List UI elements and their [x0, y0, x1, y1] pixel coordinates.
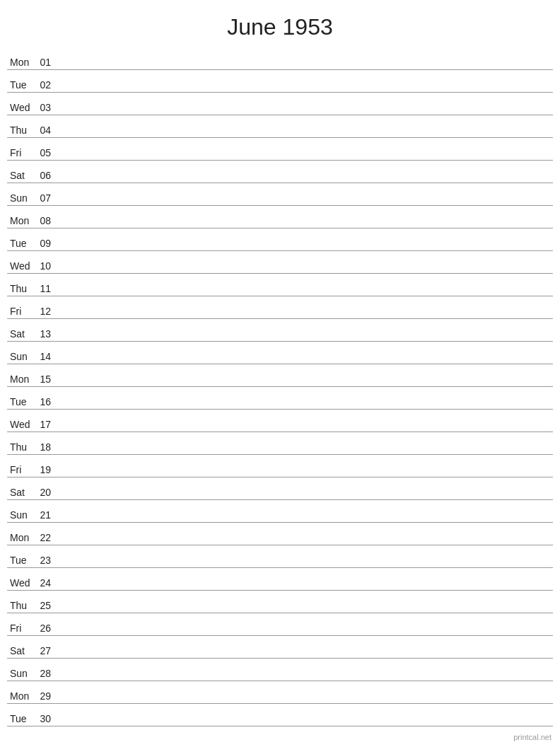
- day-name: Tue: [7, 396, 35, 407]
- calendar-row: Thu04: [7, 115, 553, 138]
- day-number: 18: [35, 441, 57, 453]
- calendar-row: Tue02: [7, 70, 553, 93]
- calendar-row: Tue16: [7, 387, 553, 410]
- day-number: 09: [35, 238, 57, 249]
- day-name: Wed: [7, 577, 35, 589]
- day-name: Wed: [7, 260, 35, 272]
- day-name: Tue: [7, 713, 35, 724]
- calendar-row: Wed17: [7, 410, 553, 432]
- day-number: 21: [35, 509, 57, 521]
- calendar-row: Fri05: [7, 138, 553, 161]
- day-number: 24: [35, 577, 57, 589]
- watermark: printcal.net: [513, 733, 552, 741]
- day-number: 14: [35, 351, 57, 362]
- day-number: 16: [35, 396, 57, 407]
- day-name: Mon: [7, 374, 35, 385]
- day-name: Wed: [7, 419, 35, 430]
- day-number: 02: [35, 79, 57, 91]
- calendar-row: Thu11: [7, 274, 553, 296]
- calendar-row: Sun14: [7, 342, 553, 364]
- day-number: 04: [35, 124, 57, 136]
- day-number: 25: [35, 600, 57, 611]
- calendar-row: Mon01: [7, 47, 553, 70]
- day-name: Mon: [7, 57, 35, 68]
- calendar-row: Thu25: [7, 591, 553, 613]
- day-number: 27: [35, 645, 57, 656]
- day-number: 19: [35, 464, 57, 475]
- day-name: Tue: [7, 238, 35, 249]
- day-name: Mon: [7, 532, 35, 543]
- day-name: Fri: [7, 622, 35, 634]
- calendar-row: Mon29: [7, 681, 553, 704]
- day-name: Sat: [7, 328, 35, 340]
- calendar-row: Wed10: [7, 251, 553, 274]
- calendar-row: Wed24: [7, 568, 553, 591]
- day-number: 26: [35, 622, 57, 634]
- calendar-row: Mon22: [7, 523, 553, 545]
- calendar-row: Wed03: [7, 93, 553, 115]
- day-name: Fri: [7, 464, 35, 475]
- day-name: Mon: [7, 690, 35, 702]
- day-name: Sat: [7, 487, 35, 498]
- day-number: 03: [35, 102, 57, 113]
- calendar-row: Mon08: [7, 206, 553, 228]
- calendar-container: Mon01Tue02Wed03Thu04Fri05Sat06Sun07Mon08…: [0, 47, 560, 726]
- calendar-row: Sat13: [7, 319, 553, 342]
- calendar-row: Sun28: [7, 659, 553, 681]
- day-number: 15: [35, 374, 57, 385]
- day-name: Thu: [7, 124, 35, 136]
- calendar-row: Tue30: [7, 704, 553, 726]
- calendar-row: Thu18: [7, 432, 553, 455]
- day-number: 23: [35, 555, 57, 566]
- calendar-row: Fri26: [7, 613, 553, 636]
- day-name: Mon: [7, 215, 35, 226]
- day-number: 30: [35, 713, 57, 724]
- day-number: 10: [35, 260, 57, 272]
- day-name: Tue: [7, 79, 35, 91]
- day-name: Sat: [7, 645, 35, 656]
- calendar-row: Sun21: [7, 500, 553, 523]
- day-name: Sun: [7, 192, 35, 204]
- day-name: Sun: [7, 351, 35, 362]
- day-name: Fri: [7, 306, 35, 317]
- day-number: 07: [35, 192, 57, 204]
- calendar-row: Tue23: [7, 545, 553, 568]
- day-number: 13: [35, 328, 57, 340]
- day-number: 08: [35, 215, 57, 226]
- calendar-row: Sat27: [7, 636, 553, 659]
- day-number: 12: [35, 306, 57, 317]
- calendar-row: Mon15: [7, 364, 553, 387]
- day-number: 01: [35, 57, 57, 68]
- day-number: 20: [35, 487, 57, 498]
- day-name: Sun: [7, 668, 35, 679]
- day-number: 11: [35, 283, 57, 294]
- day-name: Fri: [7, 147, 35, 158]
- day-number: 28: [35, 668, 57, 679]
- day-name: Wed: [7, 102, 35, 113]
- day-name: Thu: [7, 283, 35, 294]
- day-number: 05: [35, 147, 57, 158]
- day-number: 06: [35, 170, 57, 181]
- day-number: 22: [35, 532, 57, 543]
- day-number: 29: [35, 690, 57, 702]
- day-name: Tue: [7, 555, 35, 566]
- day-name: Sun: [7, 509, 35, 521]
- day-name: Thu: [7, 441, 35, 453]
- calendar-row: Sat20: [7, 477, 553, 500]
- calendar-row: Sun07: [7, 183, 553, 206]
- calendar-row: Tue09: [7, 228, 553, 251]
- calendar-row: Fri19: [7, 455, 553, 477]
- day-name: Sat: [7, 170, 35, 181]
- page-title: June 1953: [0, 0, 560, 47]
- calendar-row: Fri12: [7, 296, 553, 319]
- day-number: 17: [35, 419, 57, 430]
- calendar-row: Sat06: [7, 161, 553, 183]
- day-name: Thu: [7, 600, 35, 611]
